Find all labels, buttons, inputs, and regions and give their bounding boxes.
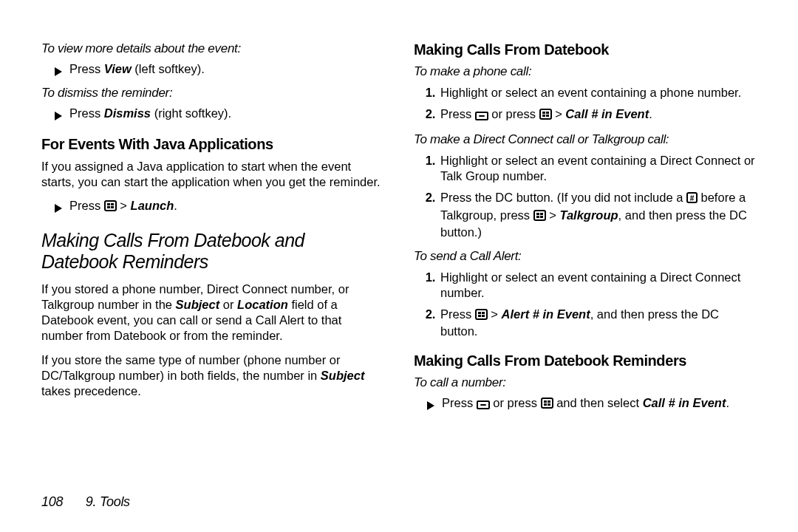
bullet-item: Press Dismiss (right softkey). (55, 106, 384, 123)
body-text: If you stored a phone number, Direct Con… (41, 282, 384, 344)
svg-rect-22 (542, 398, 553, 408)
svg-rect-23 (544, 400, 547, 403)
page-number: 108 (41, 494, 63, 510)
svg-rect-6 (542, 112, 545, 114)
svg-rect-24 (548, 400, 550, 403)
lead-text: To send a Call Alert: (414, 249, 757, 264)
menu-key-icon (533, 209, 546, 225)
svg-rect-0 (105, 201, 116, 211)
svg-rect-13 (536, 213, 539, 215)
left-column: To view more details about the event: Pr… (41, 41, 384, 420)
svg-rect-9 (546, 115, 549, 117)
svg-rect-15 (536, 216, 539, 218)
bullet-text: Press Dismiss (right softkey). (69, 106, 231, 120)
svg-rect-1 (107, 203, 110, 205)
svg-rect-12 (534, 211, 545, 220)
heading-calls-reminders: Making Calls From Datebook Reminders (414, 352, 757, 369)
heading-calls-datebook: Making Calls From Datebook (414, 41, 757, 58)
svg-rect-18 (478, 312, 481, 314)
lead-text: To make a Direct Connect call or Talkgro… (414, 132, 757, 147)
menu-key-icon (539, 108, 552, 123)
svg-rect-14 (540, 213, 543, 215)
bullet-item: Press View (left softkey). (55, 62, 384, 78)
bullet-item: Press > Launch. (55, 199, 384, 215)
ok-key-icon (475, 108, 488, 123)
menu-key-icon (104, 200, 117, 214)
svg-rect-4 (111, 206, 114, 208)
play-bullet-icon (427, 398, 434, 412)
ok-key-icon (477, 398, 490, 412)
page-footer: 108 9. Tools (41, 494, 130, 510)
heading-java-apps: For Events With Java Applications (41, 136, 384, 153)
lead-text: To call a number: (414, 375, 757, 390)
svg-rect-26 (548, 403, 550, 406)
list-item: Highlight or select an event containing … (439, 270, 757, 301)
svg-rect-8 (542, 115, 545, 117)
play-bullet-icon (55, 64, 62, 78)
lead-text: To make a phone call: (414, 64, 757, 79)
list-item: Press the DC button. (If you did not inc… (439, 190, 757, 239)
list-item: Press or press > Call # in Event. (439, 106, 757, 123)
ordered-list: Highlight or select an event containing … (414, 270, 757, 339)
bullet-text: Press or press and then select Call # in… (442, 396, 729, 412)
svg-rect-16 (540, 216, 543, 218)
svg-rect-3 (107, 206, 110, 208)
svg-rect-7 (546, 112, 549, 114)
menu-key-icon (475, 308, 488, 324)
svg-rect-5 (540, 109, 551, 119)
svg-rect-19 (482, 312, 485, 314)
list-item: Highlight or select an event containing … (439, 85, 757, 100)
lead-text: To dismiss the reminder: (41, 86, 384, 100)
lead-text: To view more details about the event: (41, 41, 384, 56)
body-text: If you assigned a Java application to st… (41, 159, 384, 190)
svg-rect-20 (478, 315, 481, 317)
svg-rect-25 (544, 403, 547, 406)
right-column: Making Calls From Datebook To make a pho… (414, 41, 757, 420)
menu-key-icon (541, 398, 553, 412)
play-bullet-icon (55, 109, 62, 123)
bullet-text: Press View (left softkey). (69, 62, 205, 76)
body-text: If you store the same type of number (ph… (41, 352, 384, 399)
list-item: Press > Alert # in Event, and then press… (439, 307, 757, 339)
hash-key-icon: # (686, 191, 698, 207)
svg-rect-17 (476, 310, 487, 319)
list-item: Highlight or select an event containing … (439, 153, 757, 184)
svg-rect-2 (111, 203, 114, 205)
svg-text:#: # (690, 194, 695, 202)
ordered-list: Highlight or select an event containing … (414, 85, 757, 123)
svg-rect-21 (482, 315, 485, 317)
ordered-list: Highlight or select an event containing … (414, 153, 757, 240)
manual-page: To view more details about the event: Pr… (0, 0, 798, 420)
bullet-text: Press > Launch. (69, 199, 177, 214)
heading-making-calls: Making Calls From Datebook and Datebook … (41, 230, 384, 273)
play-bullet-icon (55, 201, 62, 215)
bullet-item: Press or press and then select Call # in… (427, 396, 757, 412)
section-label: 9. Tools (86, 494, 130, 509)
